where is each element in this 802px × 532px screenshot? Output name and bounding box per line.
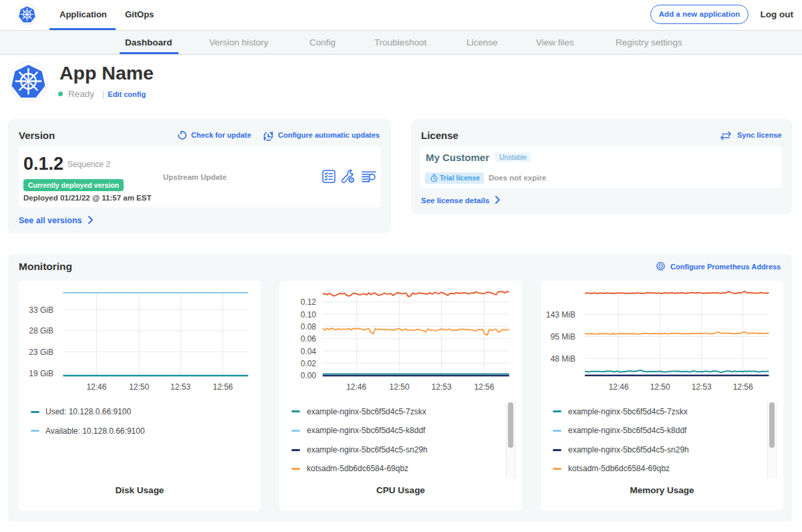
svg-text:33 GiB: 33 GiB	[29, 305, 53, 315]
svg-text:12:56: 12:56	[213, 382, 233, 392]
svg-text:12:50: 12:50	[650, 382, 670, 392]
svg-text:0.00: 0.00	[301, 371, 317, 380]
svg-text:0.02: 0.02	[301, 359, 317, 368]
svg-text:12:50: 12:50	[390, 382, 410, 392]
svg-text:23 GiB: 23 GiB	[29, 348, 53, 357]
svg-text:0.10: 0.10	[301, 310, 317, 319]
svg-text:12:46: 12:46	[86, 382, 106, 392]
svg-text:12:53: 12:53	[170, 382, 190, 392]
svg-text:0.04: 0.04	[301, 347, 317, 356]
svg-text:12:50: 12:50	[129, 382, 149, 392]
svg-text:48 MiB: 48 MiB	[551, 354, 575, 364]
svg-text:0.12: 0.12	[301, 297, 317, 307]
svg-text:12:53: 12:53	[432, 382, 452, 392]
svg-text:95 MiB: 95 MiB	[551, 332, 575, 342]
svg-text:28 GiB: 28 GiB	[29, 326, 53, 336]
svg-text:19 GiB: 19 GiB	[29, 369, 53, 378]
svg-text:12:46: 12:46	[609, 382, 629, 392]
svg-text:143 MiB: 143 MiB	[546, 310, 575, 319]
svg-text:0.08: 0.08	[301, 322, 317, 331]
svg-text:12:46: 12:46	[346, 382, 366, 392]
svg-text:12:56: 12:56	[733, 382, 753, 392]
svg-text:0.06: 0.06	[301, 334, 317, 344]
svg-text:12:56: 12:56	[474, 382, 494, 392]
svg-text:12:53: 12:53	[692, 382, 712, 392]
